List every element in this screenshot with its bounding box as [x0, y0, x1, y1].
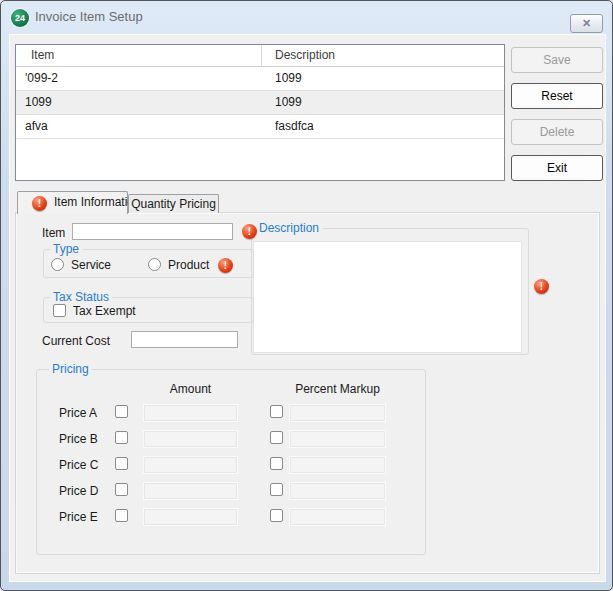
price-d-percent-field[interactable] — [290, 483, 385, 499]
item-input[interactable] — [72, 223, 233, 240]
price-a-percent-checkbox[interactable] — [270, 405, 283, 418]
pricing-group-label: Pricing — [49, 362, 92, 376]
type-groupbox: Type Service Product ! — [43, 249, 254, 278]
tax-status-group-label: Tax Status — [50, 290, 112, 304]
cell-item: '099-2 — [16, 67, 262, 90]
table-row[interactable]: afva fasdfca — [16, 115, 504, 139]
table-row[interactable]: '099-2 1099 — [16, 67, 504, 91]
percent-markup-column-header: Percent Markup — [280, 382, 395, 396]
price-e-amount-checkbox[interactable] — [115, 509, 128, 522]
description-groupbox: Description — [251, 228, 529, 355]
tax-status-groupbox: Tax Status Tax Exempt — [43, 297, 254, 323]
price-d-amount-checkbox[interactable] — [115, 483, 128, 496]
current-cost-input[interactable] — [131, 331, 238, 348]
cell-description: fasdfca — [262, 115, 504, 138]
price-e-percent-field[interactable] — [290, 509, 385, 525]
type-group-label: Type — [50, 242, 82, 256]
price-b-amount-field[interactable] — [144, 431, 237, 447]
column-header-description[interactable]: Description — [262, 45, 504, 66]
window-title: Invoice Item Setup — [35, 1, 143, 32]
titlebar: 24 Invoice Item Setup ✕ — [1, 1, 612, 34]
error-icon: ! — [32, 196, 47, 211]
items-table-header[interactable]: Item Description — [16, 45, 504, 67]
error-icon: ! — [218, 258, 233, 273]
error-icon: ! — [242, 224, 257, 239]
save-button[interactable]: Save — [511, 47, 603, 73]
error-icon: ! — [534, 279, 549, 294]
price-d-amount-field[interactable] — [144, 483, 237, 499]
price-d-label: Price D — [59, 484, 98, 498]
cell-description: 1099 — [262, 67, 504, 90]
price-a-amount-checkbox[interactable] — [115, 405, 128, 418]
price-b-label: Price B — [59, 432, 98, 446]
exit-button[interactable]: Exit — [511, 155, 603, 181]
delete-button[interactable]: Delete — [511, 119, 603, 145]
column-header-item[interactable]: Item — [16, 45, 262, 66]
reset-button[interactable]: Reset — [511, 83, 603, 109]
cell-item: afva — [16, 115, 262, 138]
tab-quantity-pricing[interactable]: Quantity Pricing — [128, 194, 219, 213]
description-textarea[interactable] — [253, 241, 522, 353]
product-radio-label[interactable]: Product — [168, 258, 209, 272]
amount-column-header: Amount — [144, 382, 237, 396]
price-c-label: Price C — [59, 458, 98, 472]
price-c-amount-checkbox[interactable] — [115, 457, 128, 470]
close-button[interactable]: ✕ — [570, 14, 603, 33]
app-icon: 24 — [11, 9, 29, 27]
price-e-amount-field[interactable] — [144, 509, 237, 525]
item-label: Item — [42, 225, 65, 242]
price-a-percent-field[interactable] — [290, 405, 385, 421]
price-a-label: Price A — [59, 406, 97, 420]
items-table: Item Description '099-2 1099 1099 1099 a… — [15, 44, 505, 181]
service-radio[interactable] — [51, 258, 64, 271]
tax-exempt-label[interactable]: Tax Exempt — [73, 304, 136, 318]
table-row[interactable]: 1099 1099 — [16, 91, 504, 115]
client-area: Item Description '099-2 1099 1099 1099 a… — [9, 34, 606, 582]
cell-item: 1099 — [16, 91, 262, 114]
price-b-amount-checkbox[interactable] — [115, 431, 128, 444]
service-radio-label[interactable]: Service — [71, 258, 111, 272]
current-cost-label: Current Cost — [42, 333, 110, 350]
price-c-amount-field[interactable] — [144, 457, 237, 473]
description-group-label: Description — [256, 221, 322, 235]
price-e-percent-checkbox[interactable] — [270, 509, 283, 522]
tax-exempt-checkbox[interactable] — [53, 304, 66, 317]
price-c-percent-checkbox[interactable] — [270, 457, 283, 470]
product-radio[interactable] — [148, 258, 161, 271]
price-c-percent-field[interactable] — [290, 457, 385, 473]
pricing-groupbox: Pricing Amount Percent Markup Price A Pr… — [36, 369, 426, 555]
price-b-percent-field[interactable] — [290, 431, 385, 447]
price-e-label: Price E — [59, 510, 98, 524]
price-b-percent-checkbox[interactable] — [270, 431, 283, 444]
item-information-panel: Item ! Description ! Type Service Produc… — [15, 212, 600, 574]
price-a-amount-field[interactable] — [144, 405, 237, 421]
price-d-percent-checkbox[interactable] — [270, 483, 283, 496]
tab-item-information[interactable]: ! Item Information — [17, 191, 128, 214]
cell-description: 1099 — [262, 91, 504, 114]
invoice-item-setup-window: 24 Invoice Item Setup ✕ Item Description… — [0, 0, 613, 591]
tab-label: Quantity Pricing — [129, 195, 218, 213]
